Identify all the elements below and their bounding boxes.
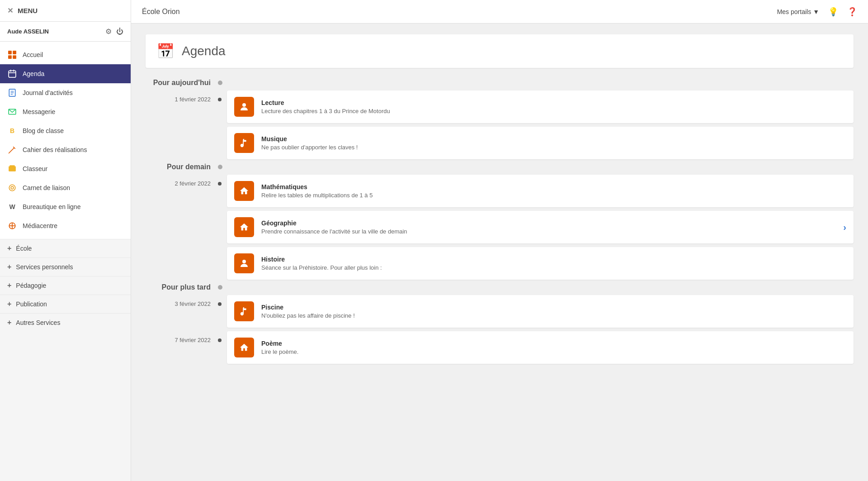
lightbulb-icon[interactable]: 💡 (828, 7, 838, 17)
sidebar-section-publication[interactable]: + Publication (0, 295, 131, 313)
date-row-7-fevrier: 7 février 2022 Poème Lire le poème. (146, 331, 854, 364)
section-label-plus-tard: Pour plus tard (146, 283, 218, 291)
svg-rect-1 (13, 51, 16, 54)
messagerie-icon (7, 107, 17, 117)
date-dot-1-fevrier (218, 98, 222, 101)
services-label: Services personnels (16, 263, 73, 271)
plus-autres-icon: + (7, 319, 11, 327)
section-label-aujourd-hui: Pour aujourd'hui (146, 79, 218, 87)
event-card-lecture[interactable]: Lecture Lecture des chapitres 1 à 3 du P… (227, 90, 854, 123)
piscine-content: Piscine N'oubliez pas les affaire de pis… (261, 304, 846, 319)
piscine-desc: N'oubliez pas les affaire de piscine ! (261, 312, 846, 319)
lecture-icon (234, 97, 254, 117)
events-1-fevrier: Lecture Lecture des chapitres 1 à 3 du P… (227, 90, 854, 159)
svg-point-18 (9, 185, 15, 191)
plus-pedagogie-icon: + (7, 281, 11, 290)
section-header-demain: Pour demain (146, 163, 854, 171)
accueil-icon (7, 50, 17, 60)
agenda-icon (7, 69, 17, 79)
plus-ecole-icon: + (7, 244, 11, 252)
histoire-desc: Séance sur la Préhistoire. Pour aller pl… (261, 264, 846, 271)
pedagogie-label: Pédagogie (16, 282, 46, 289)
sidebar-item-messagerie[interactable]: Messagerie (0, 102, 131, 121)
carnet-label: Carnet de liaison (23, 184, 70, 191)
date-row-2-fevrier: 2 février 2022 Mathématiques Relire les … (146, 175, 854, 280)
autres-services-label: Autres Services (16, 319, 60, 326)
lecture-content: Lecture Lecture des chapitres 1 à 3 du P… (261, 99, 846, 114)
event-card-piscine[interactable]: Piscine N'oubliez pas les affaire de pis… (227, 295, 854, 328)
sidebar-item-classeur[interactable]: Classeur (0, 159, 131, 178)
sidebar-section-services-personnels[interactable]: + Services personnels (0, 257, 131, 276)
event-card-poeme[interactable]: Poème Lire le poème. (227, 331, 854, 364)
portails-arrow-icon: ▼ (813, 8, 819, 15)
histoire-icon (234, 253, 254, 273)
carnet-icon (7, 183, 17, 193)
nav-sections: + École + Services personnels + Pédagogi… (0, 239, 131, 332)
sidebar-section-pedagogie[interactable]: + Pédagogie (0, 276, 131, 295)
sidebar-item-journal[interactable]: Journal d'activités (0, 83, 131, 102)
mathematiques-desc: Relire les tables de multiplications de … (261, 192, 846, 199)
sidebar-item-bureautique[interactable]: W Bureautique en ligne (0, 197, 131, 216)
main-content: École Orion Mes portails ▼ 💡 ❓ 📅 Agenda … (131, 0, 868, 481)
sidebar-section-autres-services[interactable]: + Autres Services (0, 313, 131, 332)
section-header-plus-tard: Pour plus tard (146, 283, 854, 291)
event-card-musique[interactable]: Musique Ne pas oublier d'apporter les cl… (227, 127, 854, 159)
user-info-bar: Aude ASSELIN ⚙ ⏻ (0, 22, 131, 42)
histoire-content: Histoire Séance sur la Préhistoire. Pour… (261, 256, 846, 271)
svg-rect-16 (9, 166, 16, 171)
sidebar-section-ecole[interactable]: + École (0, 239, 131, 257)
agenda-label: Agenda (23, 70, 44, 77)
power-icon: ⏻ (116, 28, 123, 35)
page-title: Agenda (182, 44, 226, 58)
menu-button[interactable]: ✕ MENU (7, 6, 38, 15)
settings-icon: ⚙ (105, 28, 112, 35)
section-demain: Pour demain 2 février 2022 Ma (146, 163, 854, 280)
histoire-title: Histoire (261, 256, 846, 263)
event-card-mathematiques[interactable]: Mathématiques Relire les tables de multi… (227, 175, 854, 207)
sidebar-item-agenda[interactable]: Agenda (0, 64, 131, 83)
mediacentre-icon (7, 221, 17, 231)
bureautique-label: Bureautique en ligne (23, 203, 80, 210)
mes-portails-button[interactable]: Mes portails ▼ (777, 8, 819, 15)
messagerie-label: Messagerie (23, 108, 55, 115)
date-dot-7-fevrier (218, 338, 222, 342)
sidebar-item-accueil[interactable]: Accueil (0, 45, 131, 64)
musique-desc: Ne pas oublier d'apporter les claves ! (261, 144, 846, 151)
poeme-title: Poème (261, 340, 846, 347)
sidebar-item-mediacentre[interactable]: Médiacentre (0, 216, 131, 235)
sidebar-item-blog[interactable]: B Blog de classe (0, 121, 131, 140)
svg-rect-3 (13, 55, 16, 59)
journal-icon (7, 88, 17, 98)
svg-point-19 (11, 186, 14, 189)
user-name: Aude ASSELIN (7, 28, 49, 35)
publication-label: Publication (16, 300, 47, 308)
musique-icon (234, 133, 254, 153)
date-label-1-fevrier: 1 février 2022 (146, 90, 218, 103)
event-card-geographie[interactable]: Géographie Prendre connaissance de l'act… (227, 211, 854, 243)
classeur-label: Classeur (23, 165, 47, 172)
svg-rect-17 (9, 165, 14, 167)
ecole-label: École (16, 245, 32, 252)
svg-point-24 (242, 260, 246, 263)
bureautique-icon: W (7, 202, 17, 212)
section-dot-aujourd-hui (218, 81, 222, 85)
sidebar-item-carnet[interactable]: Carnet de liaison (0, 178, 131, 197)
blog-label: Blog de classe (23, 127, 64, 134)
settings-button[interactable]: ⚙ (105, 27, 112, 36)
geographie-chevron-icon: › (843, 222, 846, 233)
mathematiques-icon (234, 181, 254, 201)
accueil-label: Accueil (23, 51, 43, 58)
svg-rect-0 (8, 51, 12, 54)
mediacentre-label: Médiacentre (23, 222, 57, 229)
section-dot-demain (218, 165, 222, 169)
svg-line-13 (9, 148, 14, 153)
section-aujourd-hui: Pour aujourd'hui 1 février 2022 (146, 79, 854, 159)
help-icon[interactable]: ❓ (847, 7, 857, 17)
sidebar-item-cahier[interactable]: Cahier des réalisations (0, 140, 131, 159)
date-row-3-fevrier: 3 février 2022 Piscine N'oubliez pas les… (146, 295, 854, 328)
logout-button[interactable]: ⏻ (116, 27, 123, 36)
musique-content: Musique Ne pas oublier d'apporter les cl… (261, 135, 846, 151)
page-header: 📅 Agenda (146, 34, 854, 68)
event-card-histoire[interactable]: Histoire Séance sur la Préhistoire. Pour… (227, 247, 854, 280)
geographie-title: Géographie (261, 219, 836, 227)
